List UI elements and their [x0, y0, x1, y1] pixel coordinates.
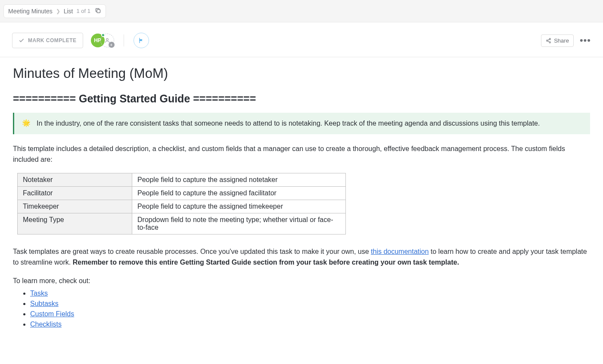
page-title[interactable]: Minutes of Meeting (MoM) — [13, 66, 590, 81]
breadcrumb-root[interactable]: Meeting Minutes — [8, 8, 53, 15]
task-description: Minutes of Meeting (MoM) ========== Gett… — [0, 57, 603, 361]
copy-icon[interactable] — [95, 7, 101, 15]
field-name: Meeting Type — [18, 213, 132, 234]
para-text-a: Task templates are great ways to create … — [13, 248, 371, 255]
callout-text: In the industry, one of the rare consist… — [37, 119, 540, 128]
priority-flag-button[interactable] — [134, 33, 149, 48]
add-assignee-button[interactable]: + — [100, 34, 114, 47]
table-row: Facilitator People field to capture the … — [18, 186, 346, 200]
field-name: Timekeeper — [18, 200, 132, 213]
svg-point-3 — [547, 40, 548, 41]
table-row: Timekeeper People field to capture the a… — [18, 200, 346, 213]
more-menu-button[interactable]: ••• — [580, 35, 591, 46]
field-desc: Dropdown field to note the meeting type;… — [132, 213, 346, 234]
share-button[interactable]: Share — [541, 34, 574, 47]
svg-rect-0 — [97, 9, 100, 13]
svg-point-2 — [549, 38, 550, 40]
field-name: Notetaker — [18, 173, 132, 186]
flag-icon — [138, 37, 145, 44]
share-label: Share — [554, 37, 569, 44]
breadcrumb-child[interactable]: List — [64, 8, 73, 15]
learn-link[interactable]: Checklists — [30, 321, 62, 328]
svg-point-4 — [549, 41, 550, 43]
learn-link[interactable]: Custom Fields — [30, 310, 74, 318]
svg-point-1 — [106, 38, 108, 40]
list-item: Tasks — [30, 290, 590, 297]
list-item: Checklists — [30, 321, 590, 328]
template-paragraph: Task templates are great ways to create … — [13, 247, 590, 268]
learn-link[interactable]: Subtasks — [30, 300, 59, 307]
mark-complete-button[interactable]: MARK COMPLETE — [12, 33, 83, 48]
mark-complete-label: MARK COMPLETE — [28, 37, 77, 43]
breadcrumb[interactable]: Meeting Minutes ❯ List 1 of 1 — [3, 4, 106, 18]
learn-more-list: Tasks Subtasks Custom Fields Checklists — [13, 290, 590, 328]
guide-heading: ========== Getting Started Guide =======… — [13, 93, 590, 105]
intro-paragraph: This template includes a detailed descri… — [13, 144, 590, 165]
field-desc: People field to capture the assigned tim… — [132, 200, 346, 213]
table-row: Meeting Type Dropdown field to note the … — [18, 213, 346, 234]
svg-line-5 — [548, 39, 550, 40]
field-desc: People field to capture the assigned fac… — [132, 186, 346, 200]
field-name: Facilitator — [18, 186, 132, 200]
list-item: Subtasks — [30, 300, 590, 308]
task-header: MARK COMPLETE HP + Share ••• — [0, 22, 603, 57]
list-item: Custom Fields — [30, 310, 590, 318]
documentation-link[interactable]: this documentation — [371, 248, 429, 255]
field-desc: People field to capture the assigned not… — [132, 173, 346, 186]
ellipsis-icon: ••• — [580, 35, 591, 46]
svg-line-6 — [548, 41, 550, 42]
callout-block: 🌟 In the industry, one of the rare consi… — [13, 113, 590, 134]
chevron-right-icon: ❯ — [56, 8, 60, 14]
learn-more-intro: To learn more, check out: — [13, 276, 590, 287]
custom-fields-table: Notetaker People field to capture the as… — [17, 173, 346, 234]
divider — [124, 34, 124, 46]
table-row: Notetaker People field to capture the as… — [18, 173, 346, 186]
share-icon — [546, 38, 551, 43]
para-bold: Remember to remove this entire Getting S… — [73, 259, 459, 266]
check-icon — [19, 37, 25, 43]
plus-icon: + — [109, 42, 115, 48]
learn-link[interactable]: Tasks — [30, 290, 48, 297]
top-bar: Meeting Minutes ❯ List 1 of 1 — [0, 0, 603, 22]
sparkle-icon: 🌟 — [22, 119, 31, 127]
breadcrumb-count: 1 of 1 — [77, 8, 91, 14]
